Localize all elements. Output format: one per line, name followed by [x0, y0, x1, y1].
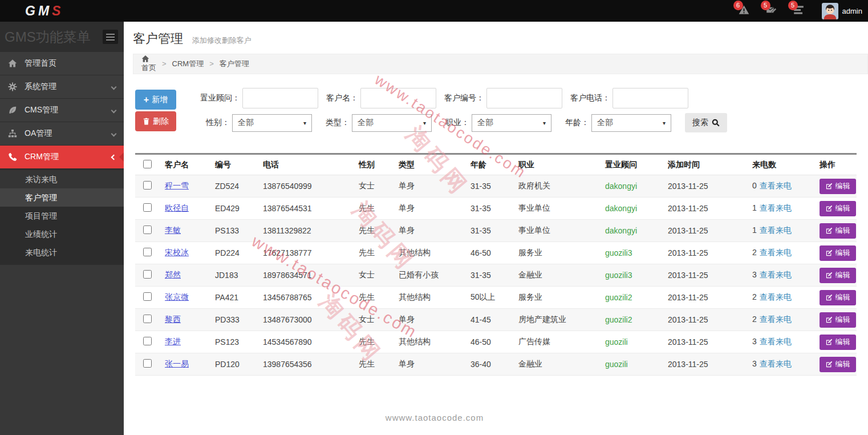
sidebar-item-home[interactable]: 管理首页	[0, 52, 124, 75]
customer-name-link[interactable]: 李敏	[165, 225, 181, 235]
row-checkbox-cell	[135, 242, 157, 264]
view-calls-link[interactable]: 查看来电	[760, 315, 792, 324]
consultant-link[interactable]: guozili	[605, 360, 628, 369]
row-checkbox[interactable]	[143, 181, 152, 190]
customer-name-link[interactable]: 宋校冰	[165, 248, 189, 257]
row-checkbox[interactable]	[143, 225, 152, 234]
consultant-link[interactable]: guozili2	[605, 293, 632, 302]
page-header: 客户管理 添加修改删除客户	[124, 22, 868, 54]
row-checkbox[interactable]	[143, 270, 152, 279]
submenu-item-projects[interactable]: 项目管理	[0, 207, 124, 225]
notification-tasks[interactable]: 5	[793, 5, 806, 17]
user-menu[interactable]: admin	[822, 3, 862, 19]
column-header: 电话	[255, 154, 351, 175]
sidebar-toggle-button[interactable]	[103, 30, 118, 44]
search-button[interactable]: 搜索	[685, 113, 727, 132]
notification-warning[interactable]: 6	[739, 5, 751, 17]
customer-gender-cell: 女士	[351, 175, 391, 198]
age-select[interactable]: 全部▾	[591, 114, 671, 132]
operation-cell: 编辑	[812, 198, 857, 220]
consultant-link[interactable]: dakongyi	[605, 226, 637, 235]
row-checkbox[interactable]	[143, 337, 152, 345]
search-icon	[712, 119, 720, 127]
customer-age-cell: 31-35	[463, 198, 510, 220]
customer-gender-cell: 女士	[351, 264, 391, 287]
row-checkbox-cell	[135, 353, 157, 376]
view-calls-link[interactable]: 查看来电	[760, 225, 792, 235]
column-header: 置业顾问	[597, 154, 660, 175]
edit-button[interactable]: 编辑	[820, 268, 856, 283]
customer-gender-cell: 先生	[351, 198, 391, 220]
edit-button[interactable]: 编辑	[820, 179, 856, 194]
breadcrumb-item-crm[interactable]: CRM管理	[156, 59, 204, 69]
breadcrumb-item-customers[interactable]: 客户管理	[204, 59, 249, 69]
added-date-cell: 2013-11-25	[660, 198, 744, 220]
customer-name-link[interactable]: 张京微	[165, 292, 189, 301]
customer-code-input[interactable]	[486, 88, 562, 108]
sidebar-item-cms[interactable]: CMS管理	[0, 99, 124, 122]
submenu-item-visit-calls[interactable]: 来访来电	[0, 170, 124, 188]
row-checkbox[interactable]	[143, 315, 152, 323]
edit-button[interactable]: 编辑	[820, 357, 856, 372]
calls-count: 2	[752, 248, 757, 257]
edit-button[interactable]: 编辑	[820, 223, 856, 239]
select-all-checkbox[interactable]	[143, 160, 152, 168]
consultant-link[interactable]: guozili	[605, 337, 628, 347]
view-calls-link[interactable]: 查看来电	[760, 270, 792, 279]
view-calls-link[interactable]: 查看来电	[760, 181, 792, 190]
row-checkbox[interactable]	[143, 359, 152, 368]
consultant-link[interactable]: dakongyi	[605, 182, 637, 191]
view-calls-link[interactable]: 查看来电	[760, 292, 792, 301]
job-select[interactable]: 全部▾	[472, 114, 551, 132]
customer-name-link[interactable]: 张一易	[165, 359, 189, 368]
customer-name-input[interactable]	[360, 88, 436, 108]
type-select[interactable]: 全部▾	[352, 114, 432, 132]
edit-button[interactable]: 编辑	[820, 290, 856, 305]
row-checkbox[interactable]	[143, 203, 152, 212]
sidebar-header: GMS功能菜单	[0, 22, 124, 52]
notification-message[interactable]: 5	[766, 5, 778, 17]
edit-button[interactable]: 编辑	[820, 335, 856, 350]
row-checkbox-cell	[135, 175, 157, 198]
edit-button[interactable]: 编辑	[820, 312, 856, 328]
view-calls-link[interactable]: 查看来电	[760, 359, 792, 368]
edit-button[interactable]: 编辑	[820, 245, 856, 261]
filter-inputs-row: 置业顾问：客户名：客户编号：客户电话：	[200, 88, 857, 108]
calls-cell: 2查看来电	[744, 309, 812, 331]
customer-name-link[interactable]: 程一雪	[165, 181, 189, 190]
view-calls-link[interactable]: 查看来电	[760, 337, 792, 346]
submenu-item-call-stats[interactable]: 来电统计	[0, 243, 124, 261]
header-checkbox-cell	[135, 154, 157, 175]
view-calls-link[interactable]: 查看来电	[760, 203, 792, 212]
consultant-link[interactable]: guozili3	[605, 248, 632, 257]
sidebar-item-oa[interactable]: OA管理	[0, 122, 124, 146]
customer-phone-input[interactable]	[613, 88, 688, 108]
chevron-left-icon	[111, 107, 117, 113]
consultant-input[interactable]	[242, 88, 318, 108]
customer-name-link[interactable]: 郑然	[165, 270, 181, 279]
consultant-link[interactable]: dakongyi	[605, 204, 637, 213]
table-row: 李进PS12314534567890先生其他结构46-50广告传媒guozili…	[135, 331, 857, 353]
customer-name-link[interactable]: 李进	[165, 337, 181, 346]
delete-button[interactable]: 删除	[135, 111, 176, 131]
sidebar-item-system[interactable]: 系统管理	[0, 75, 124, 99]
consultant-link[interactable]: guozili2	[605, 315, 632, 324]
age-select-value: 全部	[597, 118, 613, 128]
view-calls-link[interactable]: 查看来电	[760, 248, 792, 257]
consultant-link[interactable]: guozili3	[605, 271, 632, 280]
submenu-item-performance[interactable]: 业绩统计	[0, 225, 124, 243]
breadcrumb-item-home[interactable]: 首页	[141, 55, 156, 73]
customer-type-cell: 其他结构	[391, 287, 463, 309]
add-button[interactable]: + 新增	[135, 90, 176, 110]
row-checkbox[interactable]	[143, 292, 152, 301]
customer-name-link[interactable]: 黎西	[165, 315, 181, 324]
added-date-cell: 2013-11-25	[660, 331, 744, 353]
customer-phone-cell: 13876544531	[255, 198, 351, 220]
edit-icon	[826, 294, 833, 301]
edit-button[interactable]: 编辑	[820, 201, 856, 216]
sidebar-item-crm[interactable]: CRM管理	[0, 146, 124, 169]
customer-name-link[interactable]: 欧径自	[165, 203, 189, 212]
gender-select[interactable]: 全部▾	[232, 114, 312, 132]
submenu-item-customers[interactable]: 客户管理	[0, 188, 124, 207]
row-checkbox[interactable]	[143, 248, 152, 256]
